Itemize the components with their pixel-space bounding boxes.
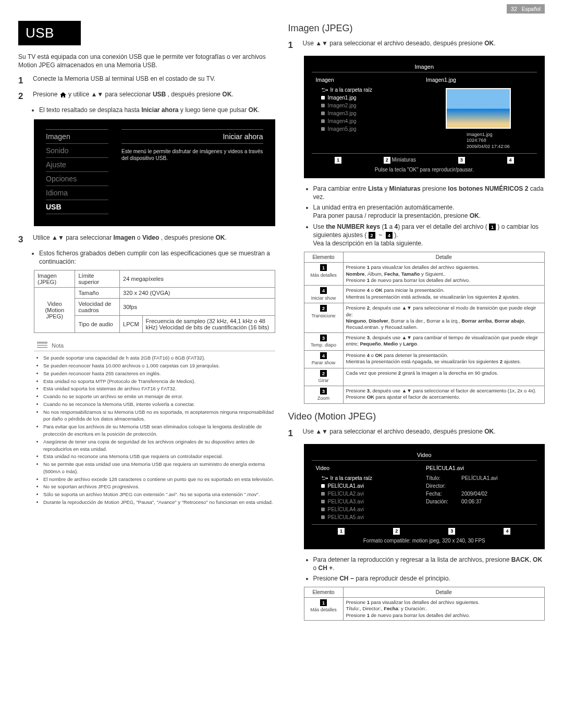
video-mjpeg-title: Video (Motion JPEG): [288, 411, 545, 422]
tv-menu-screenshot: Imagen Sonido Ajuste Opciones Idioma USB…: [34, 119, 275, 226]
file-item: Imagen5.jpg: [312, 125, 420, 133]
step-number: 1: [18, 75, 28, 87]
note-item: No se soportan archivos JPEG progresivos…: [43, 483, 275, 490]
key-2: 2: [320, 370, 327, 377]
note-icon: [37, 342, 47, 349]
notes-list: Se puede soportar una capacidad de h ast…: [43, 351, 275, 509]
step-text: Use ▲▼ para seleccionar el archivo desea…: [303, 427, 545, 440]
file-item: PELÍCULA4.avi: [312, 505, 420, 513]
key-4: 4: [507, 157, 514, 164]
table-row: 1Más detallesPresione 1 para visualizar …: [304, 263, 545, 286]
note-item: Esta unidad no reconoce una Memoria USB …: [43, 453, 275, 460]
file-icon: [321, 127, 325, 131]
note-item: No nos responsabilizamos si su Memoria U…: [43, 409, 275, 423]
file-icon: [321, 515, 325, 519]
file-icon: [321, 104, 325, 107]
page-lang: Español: [522, 6, 541, 12]
file-icon: [321, 112, 325, 115]
thumbnail-preview: [446, 88, 511, 129]
table-row: 1Más detallesPresione 1 para visualizar …: [304, 598, 545, 621]
right-column: Imagen (JPEG) 1 Use ▲▼ para seleccionar …: [288, 21, 545, 628]
root-item: ⮌▪ Ir a la carpeta raíz: [312, 86, 420, 94]
step-text: Conecte la Memoria USB al terminal USB e…: [33, 75, 275, 87]
table-row: 4Iniciar showPresione 4 o OK para inicia…: [304, 286, 545, 303]
step-2: 2 Presione y utilice ▲▼ para seleccionar…: [18, 90, 275, 103]
video-info: Título:PELÍCULA1.avi Director: Fecha:200…: [424, 474, 533, 505]
home-icon: [59, 92, 67, 98]
intro-text: Su TV está equipada con una conexión USB…: [18, 53, 275, 69]
page-number: 32: [511, 6, 517, 12]
imagen-bullet: Para cambiar entre Lista y Miniaturas pr…: [313, 184, 545, 201]
step2-note: El texto resaltado se desplaza hasta Ini…: [39, 106, 275, 114]
imagen-bullet: La unidad entra en presentación automáti…: [313, 203, 545, 220]
note-item: Se pueden reconocer hasta 10.000 archivo…: [43, 362, 275, 369]
preview-column: PELÍCULA1.avi Título:PELÍCULA1.avi Direc…: [420, 460, 537, 524]
file-item: Imagen1.jpg: [312, 94, 420, 102]
folder-back-icon: ⮌▪: [321, 87, 327, 93]
table-row: 3ZoomPresione 3, después use ▲▼ para sel…: [304, 386, 545, 403]
note-item: Se puede soportar una capacidad de h ast…: [43, 354, 275, 362]
key-2: 2: [320, 305, 327, 312]
note-item: Esta unidad no soporta MTP (Protocolo de…: [43, 378, 275, 385]
tv-menu-list: Imagen Sonido Ajuste Opciones Idioma USB: [46, 129, 108, 214]
note-item: No se permite que esta unidad use una Me…: [43, 461, 275, 475]
note-item: Asegúrese de tener una copia de segurida…: [43, 438, 275, 453]
note-item: Sólo se soporta un archivo Motion JPEG c…: [43, 491, 275, 498]
video-browser: Video Video ⮌▪ Ir a la carpeta raíz PELÍ…: [304, 444, 545, 549]
tv-menu-caption: Este menú le permite disfrutar de imágen…: [121, 148, 263, 162]
key-1: 1: [335, 157, 341, 164]
spec-table: Imagen (JPEG) Límite superior 24 megapíx…: [34, 270, 275, 333]
note-item: Cuando no se soporte un archivo se emite…: [43, 393, 275, 400]
step-number: 3: [18, 233, 28, 246]
file-item: Imagen4.jpg: [312, 117, 420, 125]
key-3: 3: [320, 388, 327, 394]
step-text: Use ▲▼ para seleccionar el archivo desea…: [303, 39, 545, 52]
step-number: 1: [288, 427, 298, 440]
footer-keys: 1 2 Miniaturas 3 4: [312, 153, 537, 165]
left-column: USB Su TV está equipada con una conexión…: [18, 21, 275, 628]
file-item: PELÍCULA1.avi: [312, 482, 420, 490]
file-icon: [321, 508, 325, 511]
imagen-detail-table: ElementoDetalle 1Más detallesPresione 1 …: [304, 252, 545, 404]
file-item: PELÍCULA5.avi: [312, 513, 420, 521]
file-item: Imagen2.jpg: [312, 102, 420, 109]
key-1: 1: [338, 528, 345, 535]
note-item: Se pueden reconocer hasta 255 caracteres…: [43, 370, 275, 377]
step-1: 1 Conecte la Memoria USB al terminal USB…: [18, 75, 275, 87]
imagen-bullet: Use the NUMBER keys (1 a 4) para ver el …: [313, 223, 545, 248]
key-3: 3: [458, 157, 465, 164]
table-row: 2GirarCada vez que presione 2 girará la …: [304, 368, 545, 386]
imagen-browser: Imagen Imagen ⮌▪ Ir a la carpeta raíz Im…: [304, 56, 545, 178]
file-item: Imagen3.jpg: [312, 109, 420, 117]
file-item: PELÍCULA3.avi: [312, 498, 420, 505]
key-2: 2: [384, 157, 390, 164]
video-bullet: Presione CH − para reproducir desde el p…: [313, 574, 545, 583]
browser-hint: Formato compatible: motion jpeg, 320 x 2…: [312, 536, 537, 544]
key-4: 4: [320, 352, 327, 359]
file-icon: [321, 492, 325, 496]
file-column: Imagen ⮌▪ Ir a la carpeta raíz Imagen1.j…: [312, 72, 420, 153]
page-header: 32 Español: [507, 4, 545, 14]
file-item: PELÍCULA2.avi: [312, 490, 420, 498]
key-2: 2: [393, 528, 400, 535]
file-icon: [321, 119, 325, 123]
key-3: 3: [448, 528, 455, 535]
key-1: 1: [320, 264, 327, 271]
tv-menu-item: Opciones: [46, 172, 108, 186]
video-step-1: 1 Use ▲▼ para seleccionar el archivo des…: [288, 427, 545, 440]
table-row: 3Temp. diapoPresione 3, después use ▲▼ p…: [304, 332, 545, 350]
note-item: El nombre de archivo excede 128 caracter…: [43, 476, 275, 483]
table-row: 2TransicionePresione 2, después use ▲▼ p…: [304, 303, 545, 332]
imagen-jpeg-title: Imagen (JPEG): [288, 23, 545, 34]
file-icon: [321, 96, 325, 100]
note-item: Para evitar que los archivos de su Memor…: [43, 423, 275, 438]
video-detail-table: ElementoDetalle 1Más detallesPresione 1 …: [304, 587, 545, 621]
browser-hint: Pulse la tecla "OK" para reproducir/paus…: [312, 165, 537, 172]
video-bullet: Para detener la reproducción y regresar …: [313, 556, 545, 572]
arrow-updown-icon: ▲▼: [91, 91, 103, 98]
note-item: Durante la reproducción de Motion JPEG, …: [43, 499, 275, 506]
file-icon: [321, 484, 325, 488]
tv-menu-item: Idioma: [46, 186, 108, 200]
arrow-updown-icon: ▲▼: [315, 428, 328, 435]
note-item: Cuando no se reconoce la Memoria USB, in…: [43, 401, 275, 408]
